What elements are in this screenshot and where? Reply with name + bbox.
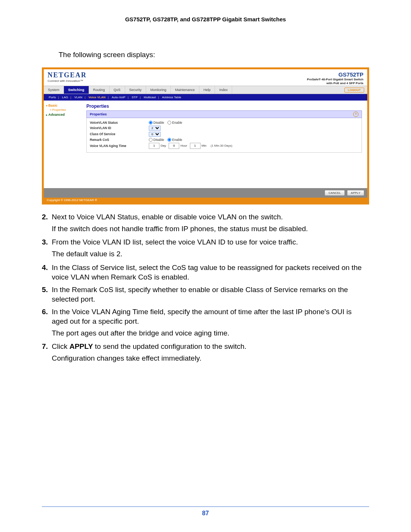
step-4-text: In the Class of Service list, select the… [52, 263, 369, 282]
tab-help[interactable]: Help [199, 86, 215, 94]
content-title: Properties [86, 104, 362, 109]
footer-bar: CANCEL APPLY [44, 188, 367, 198]
row-remark-cos: Remark CoS Disable Enable [90, 137, 358, 142]
step-5-text: In the Remark CoS list, specify whether … [52, 285, 369, 304]
logout-button[interactable]: LOGOUT [344, 88, 364, 93]
properties-bar: Properties ? [86, 110, 362, 118]
brand-logo: NETGEAR [48, 71, 87, 79]
input-aging-day[interactable] [149, 143, 159, 149]
screenshot-panel: NETGEAR Connect with Innovation™ GS752TP… [42, 67, 369, 204]
label-aging-time: Voice VLAN Aging Time [90, 144, 149, 148]
row-voicevlan-status: VoiceVLAN Status Disable Enable [90, 120, 358, 125]
content-area: Properties Properties ? VoiceVLAN Status… [86, 101, 367, 188]
main-tabs: System Switching Routing QoS Security Mo… [44, 86, 367, 94]
subtab-voicevlan[interactable]: Voice VLAN [89, 96, 106, 99]
properties-body: VoiceVLAN Status Disable Enable VoiceVLA… [86, 118, 362, 153]
instructions: 2.Next to Voice VLAN Status, enable or d… [42, 212, 369, 363]
bullet-icon: » [50, 109, 51, 111]
model-sub1: ProSafe® 48-Port Gigabit Smart Switch [307, 78, 363, 81]
tab-monitoring[interactable]: Monitoring [146, 86, 171, 94]
tab-routing[interactable]: Routing [89, 86, 110, 94]
brand-tagline: Connect with Innovation™ [48, 79, 87, 83]
page-number: 87 [0, 510, 411, 517]
sidebar: ▾Basic »Properties ▸Advanced [44, 101, 86, 188]
radio-status-enable[interactable]: Enable [167, 121, 182, 125]
radio-remark-enable[interactable]: Enable [167, 138, 182, 142]
aging-hint: (1 Min-30 Days) [210, 144, 232, 147]
input-aging-min[interactable] [190, 143, 201, 149]
step-4-num: 4. [42, 263, 52, 282]
sidebar-advanced[interactable]: ▸Advanced [46, 113, 84, 117]
select-cos[interactable]: 0 [149, 132, 161, 137]
doc-header: GS752TP, GS728TP, and GS728TPP Gigabit S… [42, 16, 369, 22]
step-2-cont: If the switch does not handle traffic fr… [52, 224, 369, 233]
step-2-num: 2. [42, 212, 52, 222]
tab-switching[interactable]: Switching [64, 86, 89, 94]
label-voicevlan-id: VoiceVLAN ID [90, 126, 149, 130]
copyright-bar: Copyright © 1996-2012 NETGEAR ® [44, 198, 367, 203]
unit-min: Min [202, 144, 207, 147]
step-6-num: 6. [42, 307, 52, 326]
apply-button[interactable]: APPLY [347, 190, 364, 196]
model-block: GS752TP ProSafe® 48-Port Gigabit Smart S… [307, 71, 363, 85]
sub-tabs: Ports| LAG| VLAN| Voice VLAN| Auto-VoIP|… [44, 94, 367, 101]
brand-block: NETGEAR Connect with Innovation™ [48, 71, 87, 83]
tab-system[interactable]: System [44, 86, 64, 94]
step-7-text: Click APPLY to send the updated configur… [52, 342, 369, 351]
row-aging-time: Voice VLAN Aging Time Day Hour Min (1 Mi… [90, 142, 358, 149]
input-aging-hour[interactable] [169, 143, 179, 149]
step-3-text: From the Voice VLAN ID list, select the … [52, 237, 369, 247]
chevron-right-icon: ▸ [46, 113, 48, 116]
step-3-num: 3. [42, 237, 52, 247]
tab-security[interactable]: Security [125, 86, 147, 94]
radio-remark-disable[interactable]: Disable [149, 138, 164, 142]
step-6-text: In the Voice VLAN Aging Time field, spec… [52, 307, 369, 326]
subtab-stp[interactable]: STP [132, 96, 138, 99]
step-6-cont: The port ages out after the bridge and v… [52, 328, 369, 338]
chevron-down-icon: ▾ [46, 104, 48, 107]
step-5-num: 5. [42, 285, 52, 304]
model-name: GS752TP [307, 71, 363, 78]
model-sub2: with PoE and 4 SFP Ports [307, 81, 363, 85]
cancel-button[interactable]: CANCEL [325, 190, 344, 196]
row-voicevlan-id: VoiceVLAN ID 2 [90, 125, 358, 131]
unit-hour: Hour [180, 144, 187, 147]
tab-maintenance[interactable]: Maintenance [171, 86, 199, 94]
unit-day: Day [161, 144, 166, 147]
step-7-cont: Configuration changes take effect immedi… [52, 353, 369, 363]
tab-index[interactable]: Index [215, 86, 232, 94]
sidebar-basic[interactable]: ▾Basic [46, 104, 84, 107]
subtab-multicast[interactable]: Multicast [144, 96, 156, 99]
tab-qos[interactable]: QoS [110, 86, 125, 94]
page-rule [42, 506, 369, 507]
radio-status-disable[interactable]: Disable [149, 121, 164, 125]
subtab-ports[interactable]: Ports [49, 96, 56, 99]
step-7-num: 7. [42, 342, 52, 351]
label-cos: Class Of Service [90, 132, 149, 136]
help-icon[interactable]: ? [353, 112, 358, 117]
properties-bar-title: Properties [90, 112, 107, 116]
subtab-addrtable[interactable]: Address Table [162, 96, 182, 99]
sidebar-properties[interactable]: »Properties [50, 108, 84, 112]
subtab-autovoip[interactable]: Auto-VoIP [112, 96, 126, 99]
step-2-text: Next to Voice VLAN Status, enable or dis… [52, 212, 369, 222]
label-remark-cos: Remark CoS [90, 138, 149, 142]
label-voicevlan-status: VoiceVLAN Status [90, 121, 149, 125]
step-3-cont: The default value is 2. [52, 249, 369, 259]
row-cos: Class Of Service 0 [90, 131, 358, 137]
subtab-vlan[interactable]: VLAN [74, 96, 82, 99]
intro-text: The following screen displays: [59, 51, 369, 59]
select-voicevlan-id[interactable]: 2 [149, 126, 161, 131]
subtab-lag[interactable]: LAG [62, 96, 68, 99]
